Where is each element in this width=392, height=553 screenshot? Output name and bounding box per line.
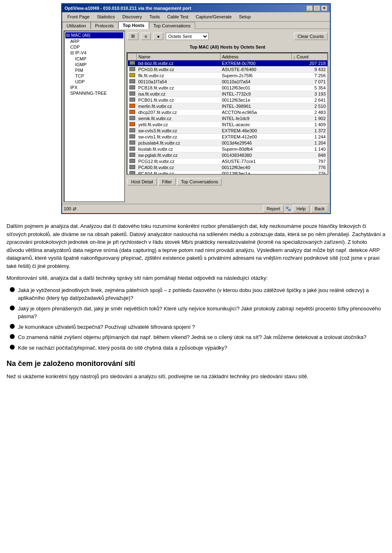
row-name: pcbuslab4.fit.vutbr.cz xyxy=(137,140,220,146)
row-address: 00110a1f7a54 xyxy=(220,79,291,85)
view-grid-button[interactable]: ⊞ xyxy=(127,32,138,40)
table-row[interactable]: PCB01.fit.vutbr.cz00112f63ec1e2 641 xyxy=(128,97,327,103)
col-name[interactable]: Name xyxy=(137,54,220,60)
table-row[interactable]: dhcp207.fit.vutbr.czACCTON-ec965a2 483 xyxy=(128,109,327,116)
title-bar-buttons: _ □ ✕ xyxy=(306,5,327,11)
tree-item-cdp[interactable]: CDP xyxy=(65,44,123,50)
row-count: 7 071 xyxy=(291,79,327,85)
tree-item-tcp[interactable]: TCP xyxy=(65,73,123,79)
view-list-button[interactable]: ≡ xyxy=(141,33,151,40)
table-row[interactable]: buslab.fit.vutbr.czSuperm-80dfb41 140 xyxy=(128,146,327,152)
view-dot-button[interactable]: ● xyxy=(153,33,163,40)
bullet-item: Co znamená náhlé zvýšení objemu přijíman… xyxy=(7,333,385,341)
menu-setup[interactable]: Setup xyxy=(235,13,254,20)
table-row[interactable]: bd-boz.fit.vutbr.czEXTREM-0c7f00207 218 xyxy=(128,60,327,67)
back-button[interactable]: Back xyxy=(311,205,328,212)
row-count: 1 902 xyxy=(291,116,327,122)
row-name: PCA00.fit.vutbr.cz xyxy=(137,165,220,171)
table-row[interactable]: PCA00.fit.vutbr.cz00112f63ec40776 xyxy=(128,165,327,171)
table-row[interactable]: PCG12.fit.vutbr.czASUSTE-77cce1797 xyxy=(128,158,327,165)
table-row[interactable]: yetti.fit.vutbr.czINTEL-acacec1 409 xyxy=(128,122,327,128)
table-row[interactable]: semik.fit.vutbr.czINTEL-fe1dc91 902 xyxy=(128,116,327,122)
bullet-text: Jaký je objem přenášených dat, jaký je s… xyxy=(18,305,385,321)
col-address[interactable]: Address xyxy=(220,54,291,60)
help-button[interactable]: Help xyxy=(293,205,310,212)
table-row[interactable]: PCA04.fit.vutbr.cz00112f63ec1a776 xyxy=(128,171,327,175)
menu-cable-test[interactable]: Cable Test xyxy=(163,13,192,20)
menu-capture-generate[interactable]: Capture/Generate xyxy=(192,13,235,20)
metric-select[interactable]: Octets Sent Octets Received Packets Sent xyxy=(166,33,209,40)
host-detail-button[interactable]: Host Detail xyxy=(127,178,157,185)
tree-item-igmp[interactable]: IGMP xyxy=(65,62,123,67)
menu-statistics[interactable]: Statistics xyxy=(93,13,118,20)
tab-top-conversations[interactable]: Top Conversations xyxy=(149,22,195,29)
table-row[interactable]: pcbuslab4.fit.vutbr.cz0013d4e295461 204 xyxy=(128,140,327,146)
table-row[interactable]: isa.fit.vutbr.czINTEL-7732c93 193 xyxy=(128,91,327,97)
table-row[interactable]: merlin.fit.vutbr.czINTEL-3989612 510 xyxy=(128,103,327,109)
row-count: 848 xyxy=(291,152,327,158)
maximize-button[interactable]: □ xyxy=(314,5,320,11)
tab-protocols[interactable]: Protocols xyxy=(91,22,118,29)
report-button[interactable]: Report xyxy=(263,205,284,212)
bullet-icon xyxy=(10,334,15,339)
status-count: 100 xyxy=(64,206,71,211)
row-icon xyxy=(128,60,137,67)
row-icon xyxy=(128,73,137,79)
filter-button[interactable]: Filter xyxy=(158,178,176,185)
bullet-list: Jaká je vytíženost jednotlivých linek, z… xyxy=(7,286,385,352)
col-count[interactable]: ↓ Count xyxy=(291,54,327,60)
body-para1: Dalším pojmem je analýza dat. Analýzou d… xyxy=(7,222,385,270)
top-conversations-button[interactable]: Top Conversations xyxy=(177,178,222,185)
protocol-tree[interactable]: ⊟ MAC (All) ARP CDP⊟ IP-V4 ICMP IGMP PIM… xyxy=(64,31,125,202)
tree-item-ip-v4[interactable]: ⊟ IP-V4 xyxy=(65,50,123,56)
menu-tools[interactable]: Tools xyxy=(146,13,164,20)
tree-item-udp[interactable]: UDP xyxy=(65,79,123,85)
row-icon xyxy=(128,152,137,158)
title-bar: OptiView-a10f49 - 010.010.010.211 via th… xyxy=(62,4,330,12)
minimize-button[interactable]: _ xyxy=(306,5,313,11)
clear-counts-button[interactable]: Clear Counts xyxy=(294,33,327,40)
row-name: PCB01.fit.vutbr.cz xyxy=(137,97,220,103)
hosts-table: Name Address ↓ Count bd-boz.fit.vutbr.cz… xyxy=(127,53,327,175)
row-address: INTEL-fe1dc9 xyxy=(220,116,291,122)
table-row[interactable]: sw-cvts1.fit.vutbr.czEXTREM-412e001 244 xyxy=(128,134,327,140)
table-row[interactable]: sw-cvts3.fit.vutbr.czEXTREM-46e3001 372 xyxy=(128,128,327,134)
data-table-wrap[interactable]: Name Address ↓ Count bd-boz.fit.vutbr.cz… xyxy=(127,52,328,175)
tree-item-arp[interactable]: ARP xyxy=(65,38,123,44)
row-name: merlin.fit.vutbr.cz xyxy=(137,103,220,109)
row-name: sw-cvts3.fit.vutbr.cz xyxy=(137,128,220,134)
bullet-item: Jaká je vytíženost jednotlivých linek, z… xyxy=(7,286,385,302)
row-count: 1 140 xyxy=(291,146,327,152)
row-count: 2 483 xyxy=(291,109,327,116)
table-title: Top MAC (All) Hosts by Octets Sent xyxy=(127,43,328,51)
application-window: OptiView-a10f49 - 010.010.010.211 via th… xyxy=(61,3,331,214)
row-address: Superm-2c75f6 xyxy=(220,73,291,79)
row-icon xyxy=(128,134,137,140)
row-count: 1 372 xyxy=(291,128,327,134)
row-count: 1 244 xyxy=(291,134,327,140)
menu-front-page[interactable]: Front Page xyxy=(64,13,93,20)
row-count: 3 193 xyxy=(291,91,327,97)
table-row[interactable]: PCB18.fit.vutbr.cz00112f63ec015 354 xyxy=(128,85,327,91)
table-row[interactable]: sw-pglab.fit.vutbr.cz001438348380848 xyxy=(128,152,327,158)
row-name: dhcp207.fit.vutbr.cz xyxy=(137,109,220,116)
row-count: 776 xyxy=(291,165,327,171)
tree-item-pim[interactable]: PIM xyxy=(65,67,123,73)
row-address: INTEL-acacec xyxy=(220,122,291,128)
menu-discovery[interactable]: Discovery xyxy=(118,13,145,20)
tree-item-mac--all-[interactable]: ⊟ MAC (All) xyxy=(65,32,123,38)
row-icon xyxy=(128,116,137,122)
table-row[interactable]: flk.fit.vutbr.czSuperm-2c75f67 256 xyxy=(128,73,327,79)
table-row[interactable]: PCH10.fit.vutbr.czASUSTE-8764809 432 xyxy=(128,67,327,73)
tab-top-hosts[interactable]: Top Hosts xyxy=(118,22,149,29)
row-address: 0013d4e29546 xyxy=(220,140,291,146)
controls-row: ⊞ ≡ ● Octets Sent Octets Received Packet… xyxy=(127,31,328,42)
row-count: 1 409 xyxy=(291,122,327,128)
tab-utilization[interactable]: Utilization xyxy=(62,22,91,29)
tree-item-icmp[interactable]: ICMP xyxy=(65,56,123,62)
tree-item-spanning-tree[interactable]: SPANNING-TREE xyxy=(65,90,123,96)
table-row[interactable]: 00110a1f7a5400110a1f7a547 071 xyxy=(128,79,327,85)
close-button[interactable]: ✕ xyxy=(321,5,327,11)
row-icon xyxy=(128,128,137,134)
tree-item-ipx[interactable]: IPX xyxy=(65,85,123,90)
